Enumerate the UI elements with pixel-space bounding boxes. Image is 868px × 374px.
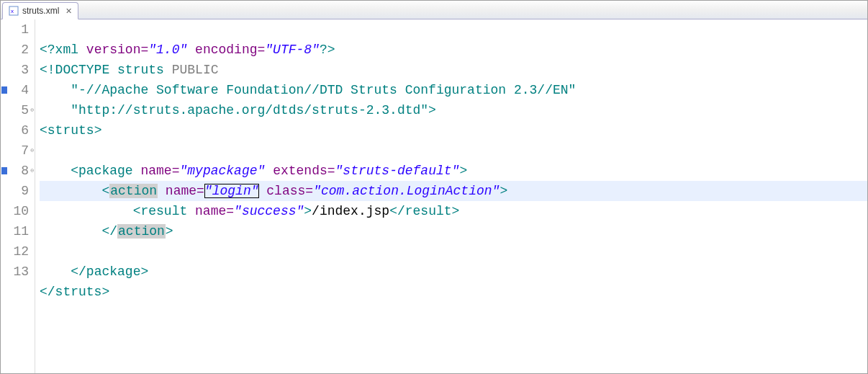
bookmark-marker[interactable]: [1, 161, 8, 181]
code-content[interactable]: <?xml version="1.0" encoding="UTF-8"?><!…: [35, 19, 867, 373]
tab-bar: x struts.xml ✕: [1, 1, 867, 19]
code-line[interactable]: </struts>: [40, 282, 867, 302]
code-line[interactable]: <result name="success">/index.jsp</resul…: [40, 201, 867, 221]
code-line[interactable]: "http://struts.apache.org/dtds/struts-2.…: [40, 100, 867, 120]
editor-container: x struts.xml ✕ 1 2 3 4 5⊖: [0, 0, 868, 374]
line-number: 3: [8, 60, 29, 80]
line-number: 2: [8, 40, 29, 60]
tab-label: struts.xml: [22, 6, 59, 16]
line-number: 5⊖: [8, 100, 29, 120]
line-number: 9: [8, 181, 29, 201]
code-line[interactable]: <package name="mypackage" extends="strut…: [40, 161, 867, 181]
code-area[interactable]: 1 2 3 4 5⊖ 6 7⊖ 8⊖ 9 10 11 12 13 <?xml v…: [1, 19, 867, 373]
code-line[interactable]: </action>: [40, 221, 867, 241]
close-icon[interactable]: ✕: [65, 6, 72, 16]
svg-rect-3: [1, 167, 7, 174]
svg-text:x: x: [11, 8, 14, 14]
line-number: 13: [8, 262, 29, 282]
fold-toggle-icon[interactable]: ⊖: [28, 148, 34, 153]
code-line[interactable]: [40, 241, 867, 262]
matched-tag-close: action: [117, 224, 166, 239]
code-line[interactable]: <?xml version="1.0" encoding="UTF-8"?>: [40, 40, 867, 60]
fold-toggle-icon[interactable]: ⊖: [28, 168, 34, 174]
line-number: 12: [8, 241, 29, 262]
svg-rect-2: [1, 86, 7, 94]
fold-toggle-icon[interactable]: ⊖: [28, 107, 34, 113]
code-line[interactable]: <action name="login" class="com.action.L…: [40, 181, 867, 201]
code-line[interactable]: <!DOCTYPE struts PUBLIC: [40, 60, 867, 80]
line-number: 11: [8, 221, 29, 241]
text-caret[interactable]: "login": [204, 184, 259, 198]
line-number: 4: [8, 80, 29, 100]
tab-struts-xml[interactable]: x struts.xml ✕: [2, 2, 78, 19]
code-line[interactable]: "-//Apache Software Foundation//DTD Stru…: [40, 80, 867, 100]
line-number: 8⊖: [8, 161, 29, 181]
gutter-markers: [1, 19, 8, 373]
line-number: 6: [8, 120, 29, 141]
bookmark-marker[interactable]: [1, 80, 8, 100]
xml-file-icon: x: [9, 6, 19, 16]
matched-tag-open: action: [109, 184, 158, 198]
line-number: 10: [8, 201, 29, 221]
code-line[interactable]: [40, 141, 867, 161]
code-line[interactable]: <struts>: [40, 120, 867, 141]
line-number-gutter[interactable]: 1 2 3 4 5⊖ 6 7⊖ 8⊖ 9 10 11 12 13: [8, 19, 35, 373]
code-line[interactable]: </package>: [40, 262, 867, 282]
line-number: 7⊖: [8, 141, 29, 161]
line-number: 1: [8, 19, 29, 40]
